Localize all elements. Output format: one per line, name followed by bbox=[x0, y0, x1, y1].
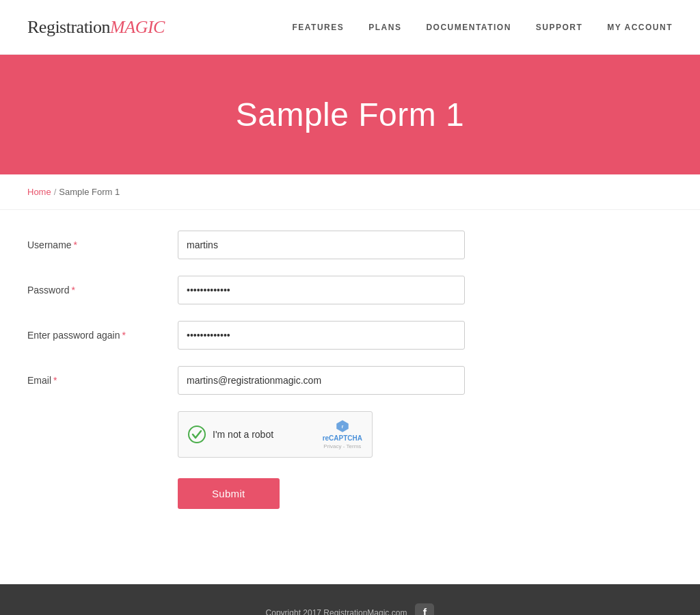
password-label: Password* bbox=[27, 285, 178, 296]
submit-button[interactable]: Submit bbox=[178, 478, 280, 509]
nav-plans[interactable]: PLANS bbox=[368, 23, 401, 32]
recaptcha-logo-icon: r bbox=[336, 419, 349, 433]
username-row: Username* bbox=[27, 231, 520, 259]
footer-copyright: Copyright 2017 RegistrationMagic.com bbox=[266, 608, 407, 615]
confirm-password-input[interactable] bbox=[178, 321, 465, 350]
captcha-row: I'm not a robot r reCAPTCHA Privacy - Te… bbox=[178, 411, 520, 458]
svg-text:r: r bbox=[341, 424, 343, 429]
confirm-password-row: Enter password again* bbox=[27, 321, 520, 350]
captcha-left: I'm not a robot bbox=[188, 426, 273, 443]
email-input[interactable] bbox=[178, 366, 465, 395]
hero-title: Sample Form 1 bbox=[27, 96, 673, 133]
submit-row: Submit bbox=[178, 478, 520, 509]
breadcrumb: Home/Sample Form 1 bbox=[0, 174, 700, 210]
username-label: Username* bbox=[27, 239, 178, 250]
email-label: Email* bbox=[27, 375, 178, 386]
hero-banner: Sample Form 1 bbox=[0, 55, 700, 174]
nav-documentation[interactable]: DOCUMENTATION bbox=[426, 23, 511, 32]
facebook-icon: f bbox=[423, 607, 427, 615]
logo-registration-text: Registration bbox=[27, 17, 110, 38]
password-row: Password* bbox=[27, 276, 520, 304]
password-input[interactable] bbox=[178, 276, 465, 304]
nav-support[interactable]: SUPPORT bbox=[536, 23, 583, 32]
captcha-right: r reCAPTCHA Privacy - Terms bbox=[323, 419, 362, 449]
captcha-checkmark bbox=[188, 426, 206, 443]
site-logo[interactable]: RegistrationMAGIC bbox=[27, 17, 165, 38]
captcha-privacy-terms: Privacy - Terms bbox=[323, 443, 361, 449]
breadcrumb-separator: / bbox=[54, 187, 57, 197]
username-required-marker: * bbox=[74, 239, 77, 250]
breadcrumb-home-link[interactable]: Home bbox=[27, 187, 51, 197]
breadcrumb-current: Sample Form 1 bbox=[59, 187, 120, 197]
password-required-marker: * bbox=[71, 285, 75, 296]
confirm-password-required-marker: * bbox=[122, 330, 125, 341]
facebook-link[interactable]: f bbox=[415, 603, 434, 615]
confirm-password-label: Enter password again* bbox=[27, 330, 178, 341]
registration-form: Username* Password* Enter password again… bbox=[0, 210, 547, 543]
nav-features[interactable]: FEATURES bbox=[292, 23, 344, 32]
email-row: Email* bbox=[27, 366, 520, 395]
captcha-label: I'm not a robot bbox=[213, 429, 273, 440]
email-required-marker: * bbox=[53, 375, 57, 386]
captcha-brand-label: reCAPTCHA bbox=[323, 434, 362, 442]
site-footer: Copyright 2017 RegistrationMagic.com f bbox=[0, 584, 700, 615]
logo-magic-text: MAGIC bbox=[110, 17, 165, 38]
nav-my-account[interactable]: MY ACCOUNT bbox=[607, 23, 673, 32]
main-nav: FEATURES PLANS DOCUMENTATION SUPPORT MY … bbox=[292, 23, 673, 32]
username-input[interactable] bbox=[178, 231, 465, 259]
site-header: RegistrationMAGIC FEATURES PLANS DOCUMEN… bbox=[0, 0, 700, 55]
captcha-widget[interactable]: I'm not a robot r reCAPTCHA Privacy - Te… bbox=[178, 411, 373, 458]
